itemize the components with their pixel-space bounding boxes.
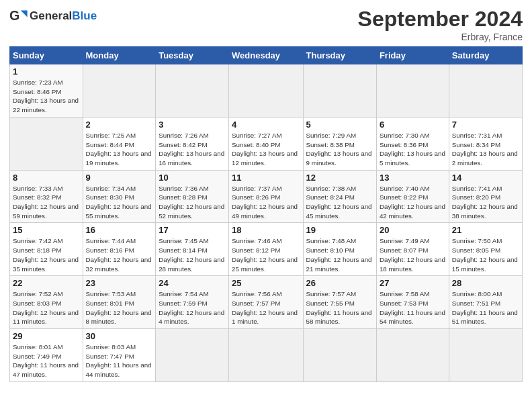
logo-general: General [30, 9, 72, 22]
day-number: 14 [452, 173, 519, 183]
day-number: 26 [306, 278, 373, 288]
calendar-week-0: 1Sunrise: 7:23 AMSunset: 8:46 PMDaylight… [10, 64, 523, 118]
table-row [376, 329, 449, 382]
location: Erbray, France [358, 32, 523, 42]
day-info: Sunrise: 7:54 AMSunset: 7:59 PMDaylight:… [159, 290, 224, 325]
col-friday: Friday [376, 47, 449, 64]
table-row: 20Sunrise: 7:49 AMSunset: 8:07 PMDayligh… [376, 223, 449, 276]
table-row: 17Sunrise: 7:45 AMSunset: 8:14 PMDayligh… [156, 223, 229, 276]
table-row: 30Sunrise: 8:03 AMSunset: 7:47 PMDayligh… [83, 329, 156, 382]
logo-blue: Blue [72, 9, 97, 22]
col-wednesday: Wednesday [229, 47, 303, 64]
day-number: 17 [159, 225, 226, 235]
day-number: 4 [232, 120, 300, 130]
table-row [229, 64, 303, 118]
logo-text: GeneralBlue [30, 9, 97, 23]
table-row: 3Sunrise: 7:26 AMSunset: 8:42 PMDaylight… [156, 117, 229, 170]
table-row [303, 329, 376, 382]
day-number: 3 [159, 120, 226, 130]
table-row: 25Sunrise: 7:56 AMSunset: 7:57 PMDayligh… [229, 276, 303, 329]
day-info: Sunrise: 7:29 AMSunset: 8:38 PMDaylight:… [306, 132, 372, 167]
day-number: 20 [380, 225, 446, 235]
table-row: 10Sunrise: 7:36 AMSunset: 8:28 PMDayligh… [156, 170, 229, 223]
day-number: 22 [13, 278, 80, 288]
table-row [156, 64, 229, 118]
day-number: 23 [86, 278, 153, 288]
day-info: Sunrise: 7:48 AMSunset: 8:10 PMDaylight:… [306, 237, 372, 272]
col-monday: Monday [83, 47, 156, 64]
table-row: 13Sunrise: 7:40 AMSunset: 8:22 PMDayligh… [376, 170, 449, 223]
calendar-week-2: 8Sunrise: 7:33 AMSunset: 8:32 PMDaylight… [10, 170, 523, 223]
day-info: Sunrise: 7:56 AMSunset: 7:57 PMDaylight:… [232, 290, 298, 325]
table-row [376, 64, 449, 118]
day-number: 16 [86, 225, 153, 235]
header-row: Sunday Monday Tuesday Wednesday Thursday… [10, 47, 523, 64]
logo-icon: G [9, 7, 28, 26]
table-row: 5Sunrise: 7:29 AMSunset: 8:38 PMDaylight… [303, 117, 376, 170]
table-row: 4Sunrise: 7:27 AMSunset: 8:40 PMDaylight… [229, 117, 303, 170]
day-info: Sunrise: 7:38 AMSunset: 8:24 PMDaylight:… [306, 185, 372, 220]
day-info: Sunrise: 7:42 AMSunset: 8:18 PMDaylight:… [13, 237, 79, 272]
table-row: 23Sunrise: 7:53 AMSunset: 8:01 PMDayligh… [83, 276, 156, 329]
header: G GeneralBlue September 2024 Erbray, Fra… [9, 7, 523, 42]
day-info: Sunrise: 7:49 AMSunset: 8:07 PMDaylight:… [380, 237, 445, 272]
day-number: 13 [380, 173, 446, 183]
day-number: 29 [13, 331, 80, 341]
day-info: Sunrise: 7:25 AMSunset: 8:44 PMDaylight:… [86, 132, 152, 167]
day-info: Sunrise: 7:41 AMSunset: 8:20 PMDaylight:… [452, 185, 518, 220]
day-number: 10 [159, 173, 226, 183]
day-info: Sunrise: 7:45 AMSunset: 8:14 PMDaylight:… [159, 237, 224, 272]
day-info: Sunrise: 7:44 AMSunset: 8:16 PMDaylight:… [86, 237, 152, 272]
svg-text:G: G [9, 8, 19, 23]
day-info: Sunrise: 7:26 AMSunset: 8:42 PMDaylight:… [159, 132, 224, 167]
day-number: 8 [13, 173, 80, 183]
table-row: 28Sunrise: 8:00 AMSunset: 7:51 PMDayligh… [449, 276, 522, 329]
page-container: G GeneralBlue September 2024 Erbray, Fra… [0, 0, 532, 389]
table-row [303, 64, 376, 118]
day-info: Sunrise: 7:36 AMSunset: 8:28 PMDaylight:… [159, 185, 224, 220]
day-info: Sunrise: 7:40 AMSunset: 8:22 PMDaylight:… [380, 185, 445, 220]
day-info: Sunrise: 8:03 AMSunset: 7:47 PMDaylight:… [86, 343, 152, 378]
calendar-week-1: 2Sunrise: 7:25 AMSunset: 8:44 PMDaylight… [10, 117, 523, 170]
table-row: 18Sunrise: 7:46 AMSunset: 8:12 PMDayligh… [229, 223, 303, 276]
table-row: 7Sunrise: 7:31 AMSunset: 8:34 PMDaylight… [449, 117, 522, 170]
calendar-table: Sunday Monday Tuesday Wednesday Thursday… [9, 46, 523, 382]
day-info: Sunrise: 7:23 AMSunset: 8:46 PMDaylight:… [13, 79, 79, 113]
day-number: 19 [306, 225, 373, 235]
day-number: 27 [380, 278, 446, 288]
day-number: 12 [306, 173, 373, 183]
calendar-week-3: 15Sunrise: 7:42 AMSunset: 8:18 PMDayligh… [10, 223, 523, 276]
table-row: 8Sunrise: 7:33 AMSunset: 8:32 PMDaylight… [10, 170, 83, 223]
table-row: 26Sunrise: 7:57 AMSunset: 7:55 PMDayligh… [303, 276, 376, 329]
table-row [449, 64, 522, 118]
day-info: Sunrise: 7:46 AMSunset: 8:12 PMDaylight:… [232, 237, 298, 272]
day-info: Sunrise: 7:50 AMSunset: 8:05 PMDaylight:… [452, 237, 518, 272]
day-number: 9 [86, 173, 153, 183]
table-row [156, 329, 229, 382]
table-row [449, 329, 522, 382]
table-row: 27Sunrise: 7:58 AMSunset: 7:53 PMDayligh… [376, 276, 449, 329]
day-info: Sunrise: 7:57 AMSunset: 7:55 PMDaylight:… [306, 290, 372, 325]
col-tuesday: Tuesday [156, 47, 229, 64]
col-saturday: Saturday [449, 47, 522, 64]
day-info: Sunrise: 7:52 AMSunset: 8:03 PMDaylight:… [13, 290, 79, 325]
table-row [10, 117, 83, 170]
table-row [229, 329, 303, 382]
table-row: 22Sunrise: 7:52 AMSunset: 8:03 PMDayligh… [10, 276, 83, 329]
day-info: Sunrise: 7:27 AMSunset: 8:40 PMDaylight:… [232, 132, 298, 167]
day-number: 21 [452, 225, 519, 235]
svg-marker-1 [21, 11, 28, 17]
table-row: 24Sunrise: 7:54 AMSunset: 7:59 PMDayligh… [156, 276, 229, 329]
day-number: 30 [86, 331, 153, 341]
table-row: 12Sunrise: 7:38 AMSunset: 8:24 PMDayligh… [303, 170, 376, 223]
calendar-week-4: 22Sunrise: 7:52 AMSunset: 8:03 PMDayligh… [10, 276, 523, 329]
day-number: 25 [232, 278, 300, 288]
day-number: 18 [232, 225, 300, 235]
table-row [83, 64, 156, 118]
table-row: 14Sunrise: 7:41 AMSunset: 8:20 PMDayligh… [449, 170, 522, 223]
month-title: September 2024 [358, 7, 523, 32]
table-row: 1Sunrise: 7:23 AMSunset: 8:46 PMDaylight… [10, 64, 83, 118]
day-number: 11 [232, 173, 300, 183]
table-row: 15Sunrise: 7:42 AMSunset: 8:18 PMDayligh… [10, 223, 83, 276]
day-info: Sunrise: 7:33 AMSunset: 8:32 PMDaylight:… [13, 185, 79, 220]
